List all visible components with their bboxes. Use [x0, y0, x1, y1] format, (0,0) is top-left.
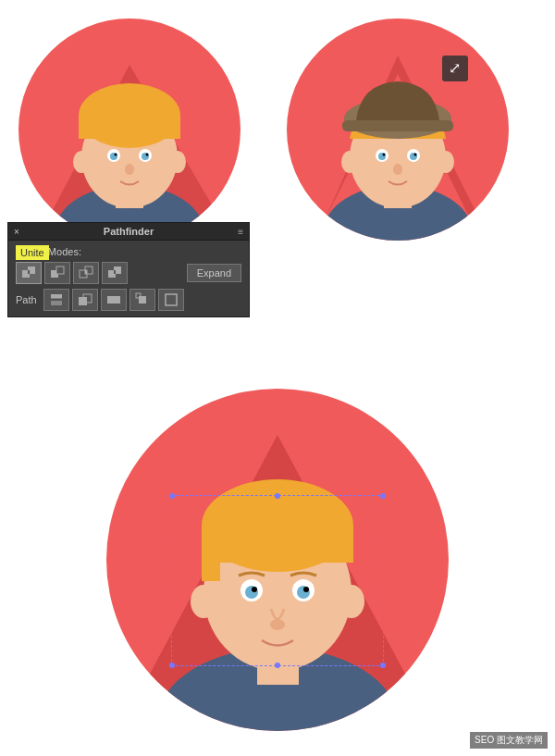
svg-point-29 — [393, 164, 402, 175]
svg-rect-22 — [342, 120, 453, 131]
svg-point-68 — [270, 619, 285, 630]
svg-point-25 — [383, 154, 386, 156]
avatar-top-right: ⤢ — [287, 19, 509, 241]
svg-rect-60 — [202, 526, 353, 563]
svg-rect-49 — [107, 296, 120, 304]
minus-front-button[interactable] — [44, 262, 70, 284]
merge-button[interactable] — [101, 289, 127, 311]
avatar-top-left — [18, 19, 240, 241]
svg-text:⤢: ⤢ — [449, 60, 461, 76]
avatar-bottom-large — [106, 389, 449, 731]
svg-rect-45 — [51, 301, 62, 305]
seo-watermark: SEO 图文教学网 — [470, 732, 548, 749]
outline-button[interactable] — [158, 289, 184, 311]
svg-point-10 — [115, 154, 117, 156]
intersect-button[interactable] — [73, 262, 99, 284]
panel-titlebar: × Pathfinder ≡ — [8, 223, 249, 241]
svg-rect-39 — [85, 270, 87, 274]
panel-close-button[interactable]: × — [14, 227, 19, 237]
unite-button[interactable] — [16, 262, 42, 284]
svg-rect-52 — [166, 294, 177, 305]
svg-rect-43 — [114, 270, 116, 274]
svg-point-5 — [169, 151, 186, 173]
svg-rect-7 — [79, 116, 180, 139]
svg-point-64 — [252, 587, 257, 592]
divide-button[interactable] — [43, 289, 69, 311]
svg-point-28 — [414, 154, 417, 156]
svg-point-58 — [339, 585, 364, 618]
svg-point-19 — [341, 151, 358, 173]
panel-menu-button[interactable]: ≡ — [238, 227, 243, 237]
svg-rect-44 — [51, 294, 62, 299]
unite-btn-wrapper: Unite — [16, 262, 42, 284]
svg-rect-36 — [56, 266, 64, 274]
pathfinder-panel: × Pathfinder ≡ Shape Modes: Unite — [7, 222, 250, 317]
svg-point-67 — [303, 587, 309, 592]
pathfinders-label: Path — [16, 294, 37, 305]
svg-rect-34 — [28, 270, 30, 274]
svg-rect-50 — [139, 296, 146, 304]
pathfinders-row: Path — [16, 289, 241, 311]
svg-point-57 — [191, 585, 216, 618]
svg-rect-61 — [202, 526, 220, 581]
svg-point-13 — [146, 154, 149, 156]
trim-button[interactable] — [72, 289, 98, 311]
shape-modes-row: Unite Expand — [16, 262, 241, 284]
svg-point-14 — [125, 164, 134, 175]
shape-modes-label: Shape Modes: — [16, 246, 241, 257]
svg-point-20 — [438, 151, 454, 173]
panel-body: Shape Modes: Unite Expand — [8, 241, 249, 316]
exclude-button[interactable] — [102, 262, 128, 284]
crop-button[interactable] — [130, 289, 155, 311]
expand-button[interactable]: Expand — [187, 264, 241, 282]
panel-title: Pathfinder — [104, 226, 154, 237]
svg-point-4 — [73, 151, 90, 173]
